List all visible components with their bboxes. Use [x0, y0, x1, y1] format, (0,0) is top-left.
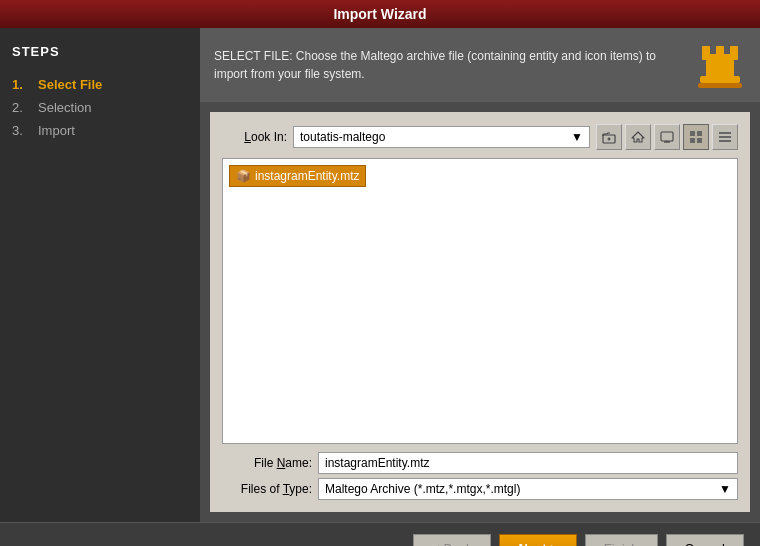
step-3-number: 3.: [12, 123, 32, 138]
svg-rect-20: [719, 140, 731, 142]
home-button[interactable]: [625, 124, 651, 150]
files-of-type-row: Files of Type: Maltego Archive (*.mtz,*.…: [222, 478, 738, 500]
svg-rect-19: [719, 136, 731, 138]
details-button[interactable]: [712, 124, 738, 150]
step-2-number: 2.: [12, 100, 32, 115]
step-1-label: Select File: [38, 77, 102, 92]
svg-rect-17: [697, 138, 702, 143]
step-2[interactable]: 2. Selection: [12, 96, 188, 119]
toolbar-buttons: [596, 124, 738, 150]
look-in-value: toutatis-maltego: [300, 130, 385, 144]
svg-rect-14: [690, 131, 695, 136]
files-of-type-value: Maltego Archive (*.mtz,*.mtgx,*.mtgl): [325, 482, 520, 496]
file-chooser: Look In: toutatis-maltego ▼: [210, 112, 750, 512]
step-1[interactable]: 1. Select File: [12, 73, 188, 96]
svg-rect-11: [661, 132, 673, 141]
look-in-label: Look In:: [222, 130, 287, 144]
next-label: Next >: [518, 541, 557, 546]
look-in-chevron: ▼: [571, 130, 583, 144]
svg-rect-6: [698, 83, 742, 88]
file-icon: 📦: [236, 169, 251, 183]
info-bar: SELECT FILE: Choose the Maltego archive …: [200, 28, 760, 102]
file-name-input[interactable]: [318, 452, 738, 474]
file-fields: File Name: Files of Type: Maltego Archiv…: [222, 452, 738, 500]
svg-rect-18: [719, 132, 731, 134]
file-name-label: File Name:: [222, 456, 312, 470]
title-bar: Import Wizard: [0, 0, 760, 28]
finish-button[interactable]: Finish: [585, 534, 658, 546]
svg-marker-10: [632, 132, 644, 142]
svg-rect-4: [706, 60, 734, 78]
svg-rect-15: [697, 131, 702, 136]
bottom-bar: < Back Next > Finish Cancel: [0, 522, 760, 546]
file-item-name: instagramEntity.mtz: [255, 169, 359, 183]
cancel-button[interactable]: Cancel: [666, 534, 744, 546]
files-of-type-chevron: ▼: [719, 482, 731, 496]
back-label: < Back: [432, 541, 472, 546]
content-area: SELECT FILE: Choose the Maltego archive …: [200, 28, 760, 522]
next-button[interactable]: Next >: [499, 534, 576, 546]
svg-rect-5: [700, 76, 740, 83]
maltego-icon: [692, 38, 746, 92]
look-in-row: Look In: toutatis-maltego ▼: [222, 124, 738, 150]
finish-label: Finish: [604, 541, 639, 546]
back-button[interactable]: < Back: [413, 534, 491, 546]
info-text: SELECT FILE: Choose the Maltego archive …: [214, 47, 682, 83]
svg-rect-3: [702, 54, 738, 60]
window-title: Import Wizard: [333, 6, 426, 22]
file-name-row: File Name:: [222, 452, 738, 474]
step-3-label: Import: [38, 123, 75, 138]
files-of-type-label: Files of Type:: [222, 482, 312, 496]
svg-rect-16: [690, 138, 695, 143]
desktop-button[interactable]: [654, 124, 680, 150]
sidebar-title: STEPS: [12, 44, 188, 59]
sidebar: STEPS 1. Select File 2. Selection 3. Imp…: [0, 28, 200, 522]
new-folder-button[interactable]: [596, 124, 622, 150]
step-3[interactable]: 3. Import: [12, 119, 188, 142]
file-item[interactable]: 📦 instagramEntity.mtz: [229, 165, 366, 187]
file-list[interactable]: 📦 instagramEntity.mtz: [222, 158, 738, 444]
files-of-type-dropdown[interactable]: Maltego Archive (*.mtz,*.mtgx,*.mtgl) ▼: [318, 478, 738, 500]
main-layout: STEPS 1. Select File 2. Selection 3. Imp…: [0, 28, 760, 522]
cancel-label: Cancel: [685, 541, 725, 546]
step-2-label: Selection: [38, 100, 91, 115]
large-icons-button[interactable]: [683, 124, 709, 150]
look-in-dropdown[interactable]: toutatis-maltego ▼: [293, 126, 590, 148]
step-1-number: 1.: [12, 77, 32, 92]
